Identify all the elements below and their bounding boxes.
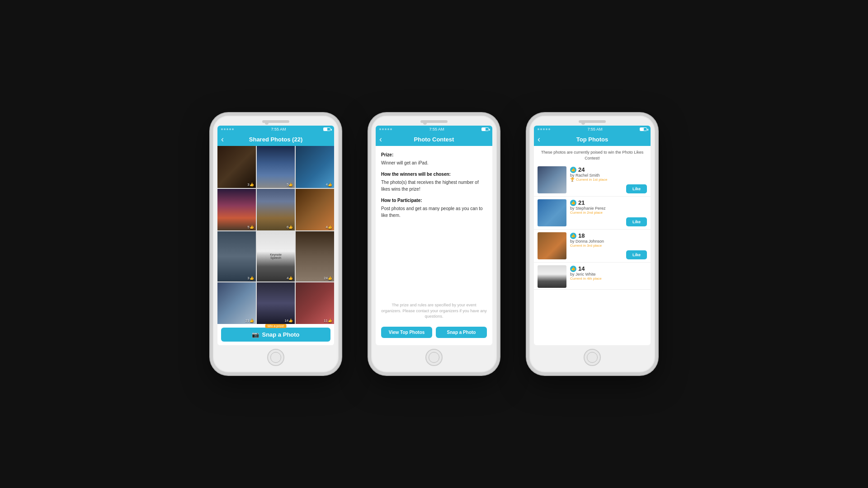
nav-bar-3: ‹ Top Photos: [534, 133, 651, 146]
contest-buttons: View Top Photos Snap a Photo: [381, 323, 487, 340]
top-photos-intro: These photos are currently poised to win…: [534, 146, 651, 164]
home-btn-inner-2: [429, 352, 439, 363]
phone-camera-2: [423, 121, 427, 125]
s-dot1: [379, 128, 381, 130]
top-photo-thumb-3[interactable]: [538, 232, 566, 259]
like-btn-container-1: Like: [570, 182, 647, 193]
nav-title-1: Shared Photos (22): [249, 136, 302, 143]
like-btn-2[interactable]: Like: [626, 217, 647, 226]
t-dot5: [548, 128, 550, 130]
photo-cell-1[interactable]: [217, 146, 256, 188]
snap-photo-btn-1[interactable]: 📷 Snap a Photo: [221, 328, 330, 342]
phone-camera-1: [265, 121, 269, 125]
likes-count-3: 18: [578, 232, 585, 239]
home-btn-inner-1: [270, 352, 281, 363]
photo-cell-8[interactable]: KeynoteSpeech: [257, 231, 295, 282]
snap-btn-label: Snap a Photo: [262, 331, 299, 338]
win-badge: Win a prize!: [265, 324, 287, 328]
photo-cell-11[interactable]: [257, 282, 295, 324]
like-btn-1[interactable]: Like: [626, 184, 647, 193]
dot5: [232, 128, 234, 130]
status-time-3: 7:55 AM: [587, 127, 602, 131]
photo-cell-4[interactable]: [217, 189, 256, 231]
phone-screen-1: 7:55 AM ‹ Shared Photos (22): [217, 126, 334, 345]
battery-1: [323, 127, 330, 131]
top-photo-thumb-2[interactable]: [538, 199, 566, 226]
s-dot5: [390, 128, 392, 130]
entry-right-4: 👍 14 by Jeric White Current in 4th place: [570, 265, 647, 281]
author-2: by Stephanie Perez: [570, 206, 647, 211]
battery-fill-3: [640, 128, 644, 131]
top-photo-entry-4: 👍 14 by Jeric White Current in 4th place: [534, 263, 651, 290]
photo-cell-5[interactable]: [257, 189, 295, 231]
t-dot3: [543, 128, 545, 130]
back-btn-1[interactable]: ‹: [221, 135, 224, 144]
phones-container: 7:55 AM ‹ Shared Photos (22): [210, 113, 658, 375]
camera-icon-1: 📷: [252, 331, 259, 338]
likes-count-2: 21: [578, 199, 585, 206]
snap-photo-btn-2[interactable]: Snap a Photo: [436, 327, 487, 338]
like-btn-3[interactable]: Like: [626, 250, 647, 259]
photo-cell-10[interactable]: [217, 282, 256, 324]
status-bar-3: 7:55 AM: [534, 126, 651, 133]
like-btn-container-2: Like: [570, 215, 647, 226]
phone-screen-2: 7:55 AM ‹ Photo Contest Prize: Winner wi…: [376, 126, 492, 345]
signal-dots-3: [538, 128, 550, 130]
likes-count-1: 24: [578, 166, 585, 173]
participate-text: Post photos and get as many people as yo…: [381, 205, 487, 219]
back-btn-3[interactable]: ‹: [538, 135, 540, 144]
likes-count-4: 14: [578, 265, 585, 272]
top-photo-thumb-1[interactable]: [538, 166, 566, 193]
contest-body: Prize: Winner will get an iPad. How the …: [381, 151, 487, 299]
prize-heading: Prize:: [381, 151, 487, 158]
nav-title-2: Photo Contest: [414, 136, 454, 143]
s-dot4: [387, 128, 389, 130]
battery-fill-1: [324, 128, 327, 131]
photo-cell-3[interactable]: [296, 146, 334, 188]
place-label-1: Current in 1st place: [576, 178, 607, 182]
place-label-2: Current in 2nd place: [570, 211, 603, 215]
photo-cell-12[interactable]: [296, 282, 334, 324]
top-photo-thumb-4[interactable]: [538, 265, 566, 288]
snap-btn-container: Win a prize! 📷 Snap a Photo: [217, 324, 334, 345]
t-dot2: [540, 128, 542, 130]
photo-cell-2[interactable]: [257, 146, 295, 188]
author-4: by Jeric White: [570, 272, 647, 277]
home-btn-3[interactable]: [584, 349, 601, 366]
status-time-2: 7:55 AM: [429, 127, 444, 131]
home-btn-1[interactable]: [267, 349, 284, 366]
photo-cell-6[interactable]: [296, 189, 334, 231]
author-3: by Donna Johnson: [570, 239, 647, 244]
like-icon-2: 👍: [570, 200, 576, 206]
dot2: [224, 128, 226, 130]
like-icon-1: 👍: [570, 167, 576, 173]
place-label-4: Current in 4th place: [570, 277, 602, 281]
prize-text: Winner will get an iPad.: [381, 160, 487, 166]
top-photo-entry-3: 👍 18 by Donna Johnson Current in 3rd pla…: [534, 230, 651, 263]
likes-row-4: 👍 14: [570, 265, 647, 272]
nav-bar-1: ‹ Shared Photos (22): [217, 133, 334, 146]
back-btn-2[interactable]: ‹: [379, 135, 382, 144]
author-1: by Rachel Smith: [570, 173, 647, 178]
status-time-1: 7:55 AM: [271, 127, 286, 131]
likes-row-1: 👍 24: [570, 166, 647, 173]
t-dot1: [538, 128, 539, 130]
s-dot2: [382, 128, 384, 130]
top-photo-entry-2: 👍 21 by Stephanie Perez Current in 2nd p…: [534, 197, 651, 230]
screen-content-1: KeynoteSpeech Win a prize! 📷 Snap a Phot…: [217, 146, 334, 345]
trophy-icon-1: 🏆: [570, 178, 575, 182]
place-label-3: Current in 3rd place: [570, 244, 602, 248]
home-btn-2[interactable]: [425, 349, 443, 366]
entry-right-3: 👍 18 by Donna Johnson Current in 3rd pla…: [570, 232, 647, 259]
photo-cell-7[interactable]: [217, 231, 256, 282]
place-1: 🏆 Current in 1st place: [570, 178, 647, 182]
contest-content: Prize: Winner will get an iPad. How the …: [376, 146, 492, 345]
contest-footer: The prize and rules are specified by you…: [381, 299, 487, 323]
battery-fill-2: [482, 128, 486, 131]
like-icon-3: 👍: [570, 233, 576, 239]
photo-cell-9[interactable]: [296, 231, 334, 282]
phone-camera-3: [581, 121, 585, 125]
battery-2: [481, 127, 489, 131]
view-top-photos-btn[interactable]: View Top Photos: [381, 327, 432, 338]
like-icon-4: 👍: [570, 266, 576, 272]
